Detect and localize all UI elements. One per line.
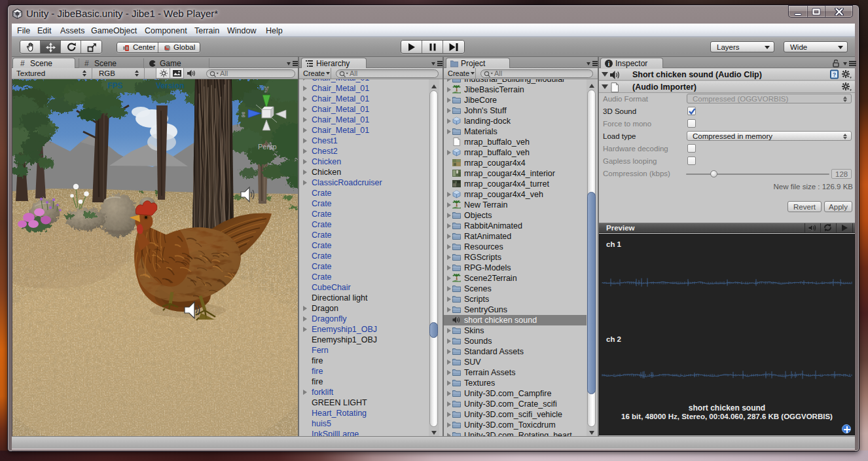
svg-text:?: ?: [833, 71, 836, 78]
svg-text:y: y: [264, 84, 269, 92]
svg-text:z: z: [242, 110, 245, 118]
svg-text:Version: Version: [156, 81, 184, 90]
svg-text:i: i: [608, 61, 610, 67]
svg-text:Persp: Persp: [258, 143, 277, 151]
svg-text:FPS: FPS: [107, 81, 122, 90]
